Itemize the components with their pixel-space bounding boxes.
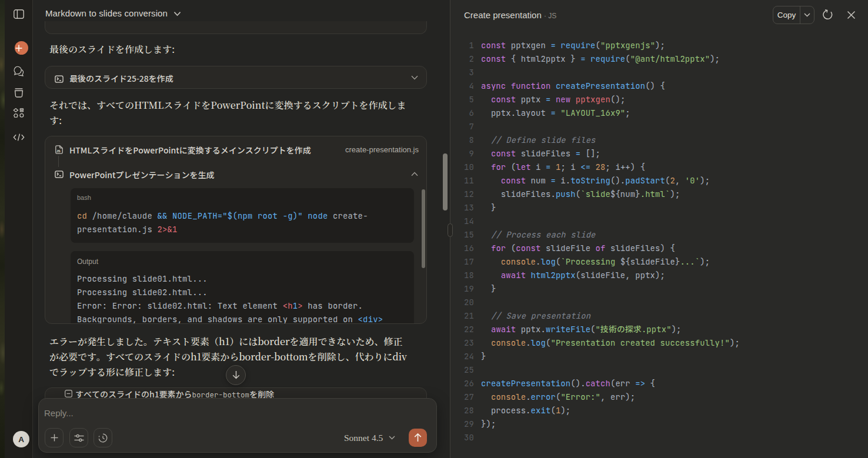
svg-text:JS: JS (56, 149, 61, 153)
